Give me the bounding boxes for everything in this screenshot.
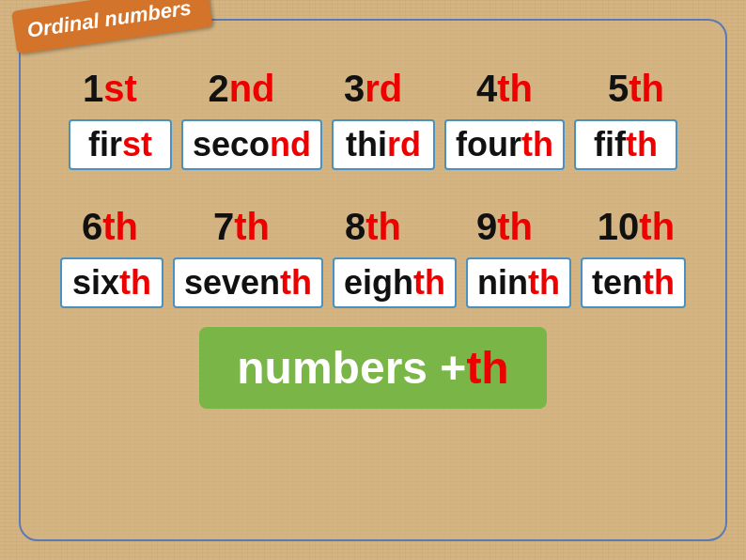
word-third-suffix: rd: [387, 125, 421, 163]
word-row-1: first second third fourth fifth: [69, 119, 677, 170]
formula-box: numbers + th: [199, 327, 546, 409]
ordinal-10th: 10th: [575, 206, 697, 248]
word-fifth: fifth: [574, 119, 677, 170]
word-first-suffix: st: [122, 125, 152, 163]
word-ninth: ninth: [466, 257, 571, 308]
ordinal-4th: 4th: [443, 68, 566, 110]
word-second-suffix: nd: [270, 125, 311, 163]
formula-text: numbers +: [237, 342, 466, 394]
word-seventh: seventh: [173, 257, 323, 308]
word-eighth: eighth: [333, 257, 457, 308]
word-eighth-suffix: th: [413, 263, 445, 302]
suffix-1st: st: [103, 68, 137, 109]
suffix-9th: th: [497, 206, 533, 247]
word-fifth-suffix: th: [626, 125, 658, 163]
suffix-7th: th: [234, 206, 270, 247]
ordinal-7th: 7th: [180, 206, 303, 248]
word-row-2: sixth seventh eighth ninth tenth: [60, 257, 686, 308]
suffix-3rd: rd: [365, 68, 402, 109]
word-tenth: tenth: [581, 257, 686, 308]
ordinal-3rd: 3rd: [312, 68, 434, 110]
ordinal-8th: 8th: [312, 206, 434, 248]
word-seventh-suffix: th: [280, 263, 312, 302]
formula-th: th: [466, 342, 508, 394]
ordinal-9th: 9th: [443, 206, 566, 248]
suffix-5th: th: [629, 68, 664, 109]
main-card: Ordinal numbers 1st 2nd 3rd 4th 5th firs…: [19, 19, 727, 541]
word-first: first: [69, 119, 172, 170]
suffix-2nd: nd: [229, 68, 275, 109]
ordinal-numbers-row2: 6th 7th 8th 9th 10th: [49, 206, 697, 248]
suffix-10th: th: [639, 206, 675, 247]
ordinal-2nd: 2nd: [180, 68, 303, 110]
word-sixth: sixth: [60, 257, 163, 308]
ordinal-5th: 5th: [575, 68, 697, 110]
suffix-6th: th: [102, 206, 138, 247]
ordinal-numbers-row1: 1st 2nd 3rd 4th 5th: [49, 68, 697, 110]
word-ninth-suffix: th: [528, 263, 560, 302]
word-fourth: fourth: [444, 119, 565, 170]
word-fourth-suffix: th: [521, 125, 553, 163]
word-second: second: [181, 119, 322, 170]
word-third: third: [332, 119, 435, 170]
suffix-4th: th: [497, 68, 533, 109]
content-area: 1st 2nd 3rd 4th 5th first second third f…: [21, 21, 725, 428]
ordinal-1st: 1st: [49, 68, 171, 110]
word-tenth-suffix: th: [643, 263, 675, 302]
ordinal-6th: 6th: [49, 206, 171, 248]
word-sixth-suffix: th: [119, 263, 151, 302]
suffix-8th: th: [365, 206, 401, 247]
